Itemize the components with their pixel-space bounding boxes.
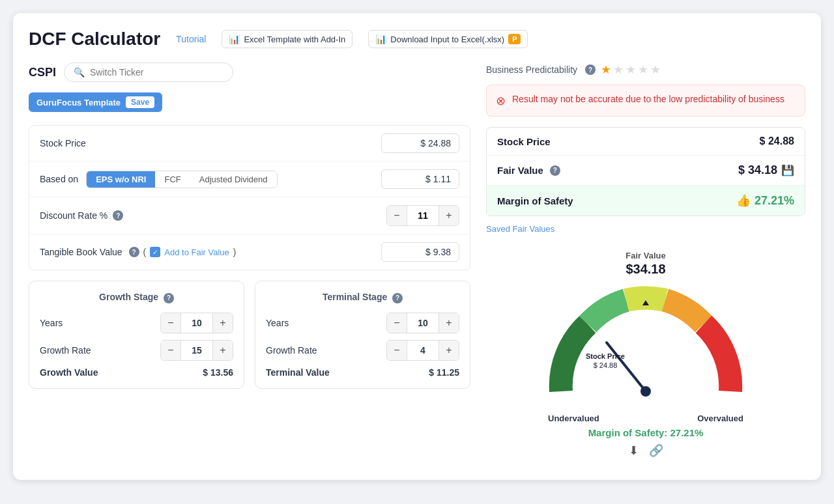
terminal-years-stepper: − 10 + [386,313,459,333]
ticker-search-box[interactable]: 🔍 [64,63,233,82]
switch-ticker-input[interactable] [90,67,223,77]
results-stock-price-row: Stock Price $ 24.88 [487,128,805,156]
results-table: Stock Price $ 24.88 Fair Value ? $ 34.18… [486,127,805,216]
margin-safety-value: 👍 27.21% [736,193,794,208]
stock-price-label: Stock Price [40,138,86,148]
results-stock-price-label: Stock Price [497,136,551,147]
terminal-years-plus[interactable]: + [439,313,459,333]
star-3: ★ [626,63,636,77]
terminal-growth-rate-stepper: − 4 + [386,340,459,361]
stock-price-value: $ 24.88 [381,133,459,153]
svg-text:$ 24.88: $ 24.88 [594,361,618,369]
discount-rate-stepper: − 11 + [386,205,459,226]
left-panel: CSPI 🔍 GuruFocus Template Save Stock Pri… [29,63,470,464]
warning-box: ⊗ Result may not be accurate due to the … [486,85,805,117]
terminal-stage-card: Terminal Stage ? Years − 10 + Growth Rat… [255,281,470,389]
discount-rate-row: Discount Rate % ? − 11 + [29,197,470,234]
svg-point-0 [612,357,680,411]
growth-years-stepper: − 10 + [160,313,233,333]
growth-rate-minus[interactable]: − [161,341,180,360]
ticker-row: CSPI 🔍 [29,63,470,82]
growth-rate-plus[interactable]: + [213,341,233,360]
fair-value-help-icon[interactable]: ? [550,165,560,176]
predictability-row: Business Predictability ? ★ ★ ★ ★ ★ [486,63,805,77]
gauge-fair-value: $34.18 [626,262,665,277]
save-button[interactable]: Save [126,96,154,108]
predictability-help-icon[interactable]: ? [585,64,596,75]
undervalued-label: Undervalued [548,413,599,423]
terminal-years-value: 10 [407,313,439,333]
terminal-value-label: Terminal Value [266,367,330,378]
stock-price-row: Stock Price $ 24.88 [29,126,470,161]
growth-rate-row: Growth Rate − 15 + [40,340,233,361]
discount-rate-help-icon[interactable]: ? [113,210,123,221]
form-section: Stock Price $ 24.88 Based on EPS w/o NRI… [29,125,470,270]
ticker-symbol: CSPI [29,66,56,79]
terminal-years-label: Years [266,318,289,328]
tbv-help-icon[interactable]: ? [129,247,139,257]
tbv-checkbox[interactable]: ✓ [150,247,160,257]
predictability-label: Business Predictability [486,64,577,75]
growth-value-row: Growth Value $ 13.56 [40,367,233,378]
tbv-value: $ 9.38 [381,242,459,262]
page-title: DCF Calculator [29,29,160,49]
gauge-container: Fair Value $34.18 [486,244,805,464]
save-fair-value-icon[interactable]: 💾 [781,164,794,176]
download-excel-link[interactable]: 📊 Download Input to Excel(.xlsx) P [368,30,528,48]
growth-stage-title: Growth Stage ? [40,292,233,303]
growth-rate-label: Growth Rate [40,345,91,356]
excel-icon: 📊 [229,34,240,44]
terminal-years-minus[interactable]: − [387,313,407,333]
svg-point-2 [640,386,651,397]
growth-rate-value: 15 [180,341,213,360]
share-gauge-button[interactable]: 🔗 [649,443,663,458]
warning-text: Result may not be accurate due to the lo… [512,93,784,106]
right-panel: Business Predictability ? ★ ★ ★ ★ ★ ⊗ Re… [486,63,805,464]
fair-value-row: Fair Value ? $ 34.18 💾 [487,156,805,186]
growth-years-value: 10 [180,313,213,333]
based-on-row: Based on EPS w/o NRI FCF Adjusted Divide… [29,161,470,197]
growth-years-minus[interactable]: − [161,313,180,333]
terminal-years-row: Years − 10 + [266,313,459,333]
growth-rate-stepper: − 15 + [160,340,233,361]
terminal-growth-rate-plus[interactable]: + [439,341,459,360]
fair-value-display: $ 34.18 💾 [738,163,794,177]
terminal-growth-rate-row: Growth Rate − 4 + [266,340,459,361]
based-on-label: Based on [40,174,78,184]
template-badge: GuruFocus Template Save [29,92,162,112]
margin-safety-row: Margin of Safety 👍 27.21% [487,186,805,216]
growth-years-label: Years [40,318,63,328]
download-gauge-button[interactable]: ⬇ [629,443,639,458]
tab-fcf[interactable]: FCF [155,171,190,188]
tutorial-link[interactable]: Tutorial [176,34,206,44]
tab-eps[interactable]: EPS w/o NRI [87,171,155,188]
discount-rate-minus[interactable]: − [387,206,407,225]
discount-rate-plus[interactable]: + [439,206,459,225]
star-5: ★ [650,63,661,77]
star-4: ★ [638,63,648,77]
tab-adjusted-dividend[interactable]: Adjusted Dividend [190,171,277,188]
tbv-label-group: Tangible Book Value ? ( ✓ Add to Fair Va… [40,247,236,257]
results-stock-price-value: $ 24.88 [760,135,794,147]
terminal-growth-rate-minus[interactable]: − [387,341,407,360]
terminal-growth-rate-label: Growth Rate [266,345,317,356]
template-name: GuruFocus Template [36,98,121,107]
excel-icon-2: 📊 [375,34,386,44]
excel-template-link[interactable]: 📊 Excel Template with Add-In [222,30,352,48]
template-row: GuruFocus Template Save [29,92,470,112]
stages-row: Growth Stage ? Years − 10 + Growth Rate [29,281,470,389]
terminal-stage-help-icon[interactable]: ? [392,293,403,303]
based-on-tabs: EPS w/o NRI FCF Adjusted Dividend [86,171,277,188]
gauge-margin-value: 27.21% [670,427,703,438]
terminal-stage-title: Terminal Stage ? [266,292,459,303]
saved-fair-values-link[interactable]: Saved Fair Values [486,224,805,234]
gauge-actions: ⬇ 🔗 [629,443,663,458]
fair-value-label: Fair Value ? [497,165,560,176]
add-to-fair-value-link[interactable]: Add to Fair Value [164,247,229,257]
growth-years-row: Years − 10 + [40,313,233,333]
growth-years-plus[interactable]: + [213,313,233,333]
terminal-value-row: Terminal Value $ 11.25 [266,367,459,378]
search-icon: 🔍 [74,67,85,77]
discount-rate-label: Discount Rate % [40,210,108,221]
growth-stage-help-icon[interactable]: ? [164,293,174,303]
